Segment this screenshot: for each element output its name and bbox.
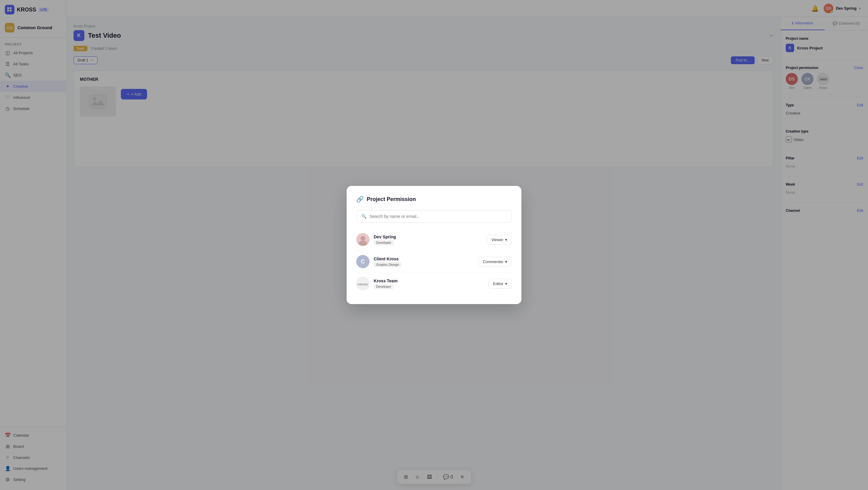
- user-role-client-kross: Graphic Design: [374, 262, 401, 267]
- user-info-dev-spring: Dev Spring Developer: [374, 235, 487, 245]
- search-box: 🔍: [356, 210, 512, 223]
- chevron-down-icon: ▾: [505, 281, 507, 286]
- role-select-kross-team[interactable]: Editor ▾: [489, 279, 512, 289]
- user-role-dev-spring: Developer: [374, 240, 394, 245]
- chevron-down-icon: ▾: [505, 259, 507, 264]
- search-input[interactable]: [370, 214, 507, 219]
- chevron-down-icon: ▾: [505, 238, 507, 242]
- permission-modal: 🔗 Project Permission 🔍 Dev Spring Develo…: [347, 186, 521, 304]
- modal-title-row: 🔗 Project Permission: [356, 195, 512, 203]
- svg-point-9: [361, 236, 365, 241]
- svg-point-10: [359, 241, 367, 246]
- user-info-kross-team: Kross Team Developer: [374, 278, 489, 289]
- user-name-client-kross: Client Kross: [374, 256, 478, 261]
- role-select-dev-spring[interactable]: Viewer ▾: [487, 235, 512, 245]
- user-avatar-client-kross: C: [356, 255, 370, 268]
- role-select-client-kross[interactable]: Commenter ▾: [478, 257, 512, 267]
- modal-overlay[interactable]: 🔗 Project Permission 🔍 Dev Spring Develo…: [0, 0, 868, 490]
- modal-icon: 🔗: [356, 195, 364, 203]
- role-value-kross-team: Editor: [493, 281, 503, 286]
- user-row-kross-team: KROSS Kross Team Developer Editor ▾: [356, 273, 512, 295]
- svg-text:KROSS: KROSS: [358, 283, 368, 286]
- user-avatar-dev-spring: [356, 233, 370, 246]
- user-name-dev-spring: Dev Spring: [374, 235, 487, 239]
- role-value-client-kross: Commenter: [483, 259, 503, 264]
- user-avatar-kross-team: KROSS: [356, 277, 370, 290]
- user-role-kross-team: Developer: [374, 284, 394, 289]
- user-row-dev-spring: Dev Spring Developer Viewer ▾: [356, 229, 512, 251]
- user-row-client-kross: C Client Kross Graphic Design Commenter …: [356, 251, 512, 273]
- user-info-client-kross: Client Kross Graphic Design: [374, 256, 478, 267]
- search-icon: 🔍: [361, 214, 367, 219]
- role-value-dev-spring: Viewer: [491, 238, 503, 242]
- modal-title: Project Permission: [367, 196, 416, 203]
- user-name-kross-team: Kross Team: [374, 278, 489, 283]
